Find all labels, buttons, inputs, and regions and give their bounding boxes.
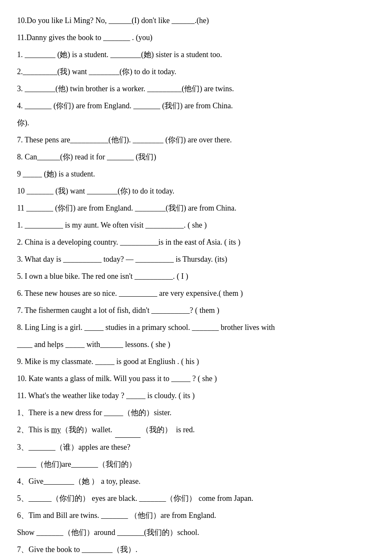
exercise-line-19: 8. Ling Ling is a girl. _____ studies in… [17,320,375,335]
exercise-line-10: 9 _____ (她) is a student. [17,166,375,182]
exercise-line-26: 3、_______（谁）apples are these? [17,439,375,455]
exercise-line-31: Show _______（他们）around _______(我们的）schoo… [17,525,375,540]
exercise-line-15: 3. What day is __________ today? — _____… [17,251,375,267]
exercise-line-27: _____（他们)are_______（我们的） [17,457,375,472]
exercise-line-8: 7. These pens are__________(他们). _______… [17,132,375,147]
exercise-line-7: 你). [17,115,375,130]
exercise-line-9: 8. Can______(你) read it for _______ (我们) [17,149,375,165]
exercise-line-17: 6. These new houses are so nice. _______… [17,286,375,301]
exercise-line-5: 3. ________(他) twin brother is a worker.… [17,81,375,96]
exercise-line-4: 2._________(我) want ________(你) to do it… [17,64,375,79]
exercise-line-2: 11.Danny gives the book to _______ . (yo… [17,30,375,45]
exercise-line-1: 10.Do you like Li Ming? No, ______(I) do… [17,13,375,28]
exercise-line-22: 10. Kate wants a glass of milk. Will you… [17,371,375,386]
exercise-line-29: 5、______（你们的） eyes are black. _______（你们… [17,491,375,506]
exercise-line-12: 11 _______ (你们) are from England. ______… [17,200,375,216]
exercise-line-23: 11. What's the weather like today ? ____… [17,388,375,403]
exercise-line-25: 2、This is my（我的）wallet. （我的） is red. [17,422,375,438]
exercise-line-11: 10 _______ (我) want ________(你) to do it… [17,183,375,199]
exercise-line-16: 5. I own a blue bike. The red one isn't … [17,269,375,284]
exercise-line-20: ____ and helps _____ with______ lessons.… [17,337,375,352]
blank [115,422,141,438]
exercise-line-21: 9. Mike is my classmate. _____ is good a… [17,354,375,369]
exercise-line-6: 4. _______ (你们) are from England. ______… [17,98,375,113]
underlined-word: my [51,425,61,434]
exercise-line-18: 7. The fishermen caught a lot of fish, d… [17,303,375,318]
exercise-line-13: 1. __________ is my aunt. We often visit… [17,217,375,233]
exercise-line-32: 7、Give the book to ________（我）. [17,542,375,555]
exercise-line-28: 4、Give________（她 ） a toy, please. [17,474,375,489]
exercise-line-30: 6、Tim and Bill are twins. _______ （他们）ar… [17,508,375,523]
exercise-line-14: 2. China is a developing country. ______… [17,234,375,250]
exercise-line-3: 1. ________ (她) is a student. ________(她… [17,47,375,62]
exercise-line-24: 1、There is a new dress for _____（他的）sist… [17,405,375,420]
